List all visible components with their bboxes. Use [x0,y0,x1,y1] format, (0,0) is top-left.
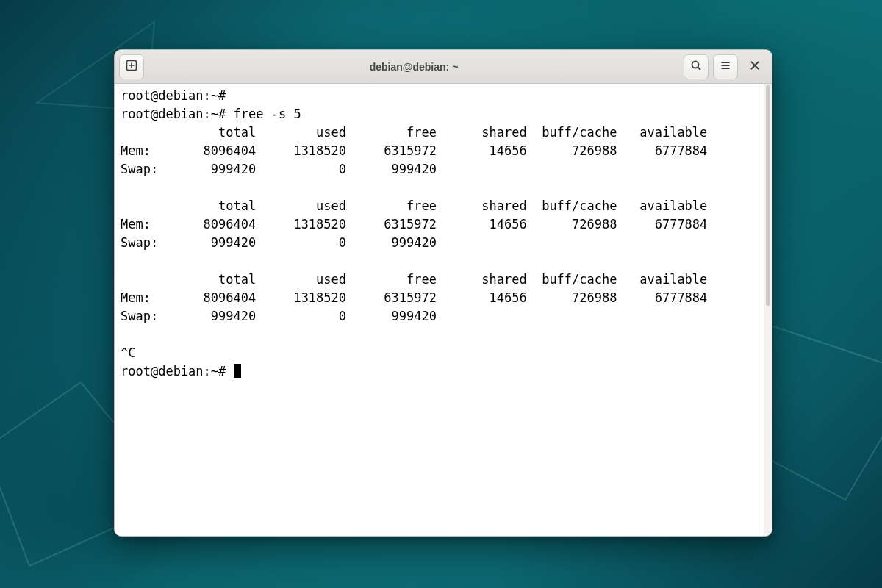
terminal-output[interactable]: root@debian:~# root@debian:~# free -s 5 … [115,84,764,536]
svg-point-6 [692,61,699,68]
new-tab-icon [126,60,137,74]
close-button[interactable] [742,54,767,79]
search-button[interactable] [684,54,709,79]
search-icon [690,60,702,74]
close-icon [750,60,760,74]
svg-line-7 [698,67,701,70]
terminal-window: debian@debian: ~ [114,49,772,537]
cursor [234,364,241,378]
scrollbar[interactable] [764,84,772,536]
menu-button[interactable] [713,54,738,79]
scrollbar-thumb[interactable] [766,85,770,306]
new-tab-button[interactable] [119,54,144,79]
window-title: debian@debian: ~ [148,61,679,73]
hamburger-menu-icon [720,60,731,74]
titlebar: debian@debian: ~ [115,50,772,84]
